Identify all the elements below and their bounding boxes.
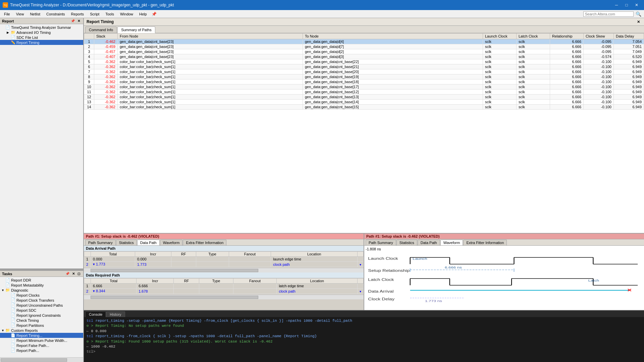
menu-help[interactable]: Help <box>137 10 150 18</box>
tasks-tree-item-check-timing[interactable]: 📄 Check Timing <box>0 318 83 323</box>
right-subtab-statistics[interactable]: Statistics <box>396 240 417 245</box>
col-delay[interactable]: Data Delay <box>614 34 644 39</box>
col-to[interactable]: To Node <box>303 34 483 39</box>
report-tree-item-advanced-io[interactable]: ▶ 📁 Advanced I/O Timing <box>0 30 83 35</box>
report-close-icon[interactable]: ✕ <box>76 19 81 23</box>
report-timing-label: Report Timing <box>87 19 114 24</box>
tasks-tree-item-report-ddr[interactable]: 📄 Report DDR <box>0 278 83 283</box>
col-rel[interactable]: Relationship <box>550 34 584 39</box>
report-pin-icon[interactable]: 📌 <box>70 19 76 23</box>
tasks-tree-item-report-false-path[interactable]: 📄 Report False Path... <box>0 343 83 348</box>
table-row[interactable]: 4 -0.407 gen_data:gen_data|cnt_base[23] … <box>84 54 644 59</box>
tasks-tree-item-report-path[interactable]: 📄 Report Path... <box>0 348 83 353</box>
menu-file[interactable]: File <box>1 10 13 18</box>
app-icon: TQ <box>3 2 8 8</box>
timing-table-container[interactable]: Slack From Node To Node Launch Clock Lat… <box>84 33 644 233</box>
tasks-panel: Tasks 📌 ✕ ◻ 📄 Report DDR 📄 Report Metast… <box>0 270 83 357</box>
subtab-extra-fitter[interactable]: Extra Fitter Information <box>183 240 226 245</box>
table-row[interactable]: 10 -0.362 color_bar:color_bar|check_sum[… <box>84 84 644 89</box>
tasks-tree-item-report-clock-transfers[interactable]: 📄 Report Clock Transfers <box>0 298 83 303</box>
table-row[interactable]: 9 -0.362 color_bar:color_bar|check_sum[1… <box>84 79 644 84</box>
tasks-tree-item-diagnostic[interactable]: ▼ 📁 Diagnostic <box>0 288 83 293</box>
tasks-tree-item-custom-reports[interactable]: ▼ 📁 Custom Reports <box>0 328 83 333</box>
window-title: TimeQuest Timing Analyzer - D:/Document/… <box>10 3 174 7</box>
search-icon[interactable]: 🔍 <box>634 11 643 17</box>
console-line: tcl report_timing -from_clock { sclk } -… <box>87 334 641 339</box>
svg-text:Latch Clock: Latch Clock <box>368 278 394 282</box>
tasks-tree-item-report-sdc[interactable]: 📄 Report SDC <box>0 308 83 313</box>
menu-netlist[interactable]: Netlist <box>27 10 43 18</box>
table-row[interactable]: 1 -0.462 gen_data:gen_data|cnt_base[23] … <box>84 39 644 44</box>
table-row[interactable]: 11 -0.362 color_bar:color_bar|check_sum[… <box>84 89 644 95</box>
console-line: ⊙ > Report Timing: No setup paths were f… <box>87 323 641 328</box>
menu-tools[interactable]: Tools <box>103 10 117 18</box>
waveform-ns-label: -1.808 ns <box>366 247 643 251</box>
minimize-button[interactable]: ─ <box>612 1 621 9</box>
tasks-pin-icon[interactable]: 📌 <box>64 272 70 276</box>
tasks-tree-item-report-meta[interactable]: 📄 Report Metastability <box>0 283 83 288</box>
menu-view[interactable]: View <box>13 10 27 18</box>
report-timing-close-icon[interactable]: ✕ <box>636 20 641 24</box>
table-row[interactable]: 13 -0.362 color_bar:color_bar|check_sum[… <box>84 100 644 105</box>
close-button[interactable]: ✕ <box>632 1 641 9</box>
search-input[interactable] <box>583 11 634 17</box>
maximize-button[interactable]: □ <box>622 1 631 9</box>
table-row[interactable]: 12 -0.362 color_bar:color_bar|check_sum[… <box>84 95 644 100</box>
console-area: Console History tcl report_timing -setup… <box>84 310 644 362</box>
menu-script[interactable]: Script <box>87 10 102 18</box>
menu-window[interactable]: Window <box>117 10 136 18</box>
menu-reports[interactable]: Reports <box>68 10 87 18</box>
table-row[interactable]: 3 -0.457 gen_data:gen_data|cnt_base[23] … <box>84 49 644 54</box>
table-row[interactable]: 2 -0.459 gen_data:gen_data|cnt_base[23] … <box>84 44 644 49</box>
tab-console[interactable]: Console <box>85 311 106 317</box>
report-tree-item-summary[interactable]: 📄 TimeQuest Timing Analyzer Summar <box>0 25 83 30</box>
subtab-waveform[interactable]: Waveform <box>160 240 183 245</box>
table-row[interactable]: 14 -0.362 color_bar:color_bar|check_sum[… <box>84 105 644 110</box>
table-row[interactable]: 7 -0.362 color_bar:color_bar|check_sum[1… <box>84 69 644 74</box>
tasks-tree-item-report-min-pulse[interactable]: 📄 Report Minimum Pulse Width... <box>0 338 83 343</box>
main-layout: Report 📌 ✕ 📄 TimeQuest Timing Analyzer S… <box>0 18 644 362</box>
arr-col-incr: Incr <box>135 252 171 257</box>
menu-constraints[interactable]: Constraints <box>44 10 68 18</box>
tasks-tree-item-report-timing-custom[interactable]: 📄 Report Timing... <box>0 333 83 338</box>
tasks-tree-item-report-clocks[interactable]: 📄 Report Clocks <box>0 293 83 298</box>
col-launch[interactable]: Launch Clock <box>483 34 517 39</box>
report-timing-tabs: Command Info Summary of Paths <box>84 26 644 33</box>
tab-summary-of-paths[interactable]: Summary of Paths <box>117 26 155 33</box>
table-row[interactable]: 5 -0.362 color_bar:color_bar|check_sum[1… <box>84 59 644 64</box>
required-row-1: 16.6666.666latch edge time <box>84 284 364 289</box>
subtab-data-path[interactable]: Data Path <box>137 240 160 245</box>
svg-text:6.666 ns: 6.666 ns <box>445 266 462 269</box>
waveform-display: -1.808 ns Launch Clock Launch <box>364 246 644 310</box>
table-row[interactable]: 6 -0.362 color_bar:color_bar|check_sum[1… <box>84 64 644 69</box>
required-section-title: Data Required Path <box>84 273 364 278</box>
console-content[interactable]: tcl report_timing -setup -panel_name {Re… <box>84 317 644 362</box>
report-tree-item-sdc-file[interactable]: 📄 SDC File List <box>0 35 83 40</box>
req-col-location: Location <box>277 279 358 284</box>
right-subtab-extra-fitter[interactable]: Extra Fitter Information <box>463 240 507 245</box>
col-skew[interactable]: Clock Skew <box>584 34 614 39</box>
col-from[interactable]: From Node <box>118 34 303 39</box>
tasks-x-icon[interactable]: ✕ <box>71 272 76 276</box>
subtab-path-summary[interactable]: Path Summary <box>85 240 116 245</box>
tab-history[interactable]: History <box>106 311 125 317</box>
tasks-tree-item-report-unconstrained[interactable]: 📄 Report Unconstrained Paths <box>0 303 83 308</box>
report-panel-header: Report 📌 ✕ <box>0 18 83 24</box>
req-col-rf: RF <box>174 279 199 284</box>
required-row-2: 2▾ 8.3441.678clock path▾ <box>84 289 364 294</box>
tasks-expand-icon[interactable]: ◻ <box>76 272 81 276</box>
right-subtab-data-path[interactable]: Data Path <box>418 240 440 245</box>
left-path-panel: Path #1: Setup slack is -0.462 (VIOLATED… <box>84 234 364 310</box>
col-slack[interactable]: Slack <box>94 34 118 39</box>
tasks-tree-item-report-ignored[interactable]: 📄 Report Ignored Constraints <box>0 313 83 318</box>
tasks-tree-item-report-partitions[interactable]: 📄 Report Partitions <box>0 323 83 328</box>
right-subtab-path-summary[interactable]: Path Summary <box>366 240 396 245</box>
report-tree-item-report-timing[interactable]: ✏️ Report Timing <box>0 40 83 45</box>
col-latch[interactable]: Latch Clock <box>517 34 550 39</box>
arrival-row-2: 2▾ 1.7731.773clock path▾ <box>84 262 364 267</box>
waveform-svg: Launch Clock Launch Setup Relationship <box>366 252 643 303</box>
subtab-statistics[interactable]: Statistics <box>116 240 137 245</box>
tab-command-info[interactable]: Command Info <box>85 26 117 33</box>
right-subtab-waveform[interactable]: Waveform <box>440 240 463 245</box>
table-row[interactable]: 8 -0.362 color_bar:color_bar|check_sum[1… <box>84 74 644 79</box>
